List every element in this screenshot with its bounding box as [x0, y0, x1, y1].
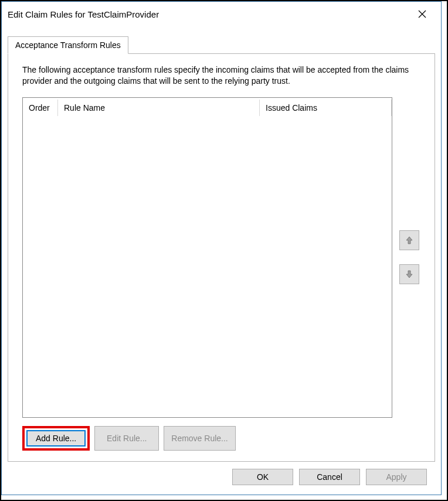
- apply-button[interactable]: Apply: [366, 469, 427, 485]
- column-header-order[interactable]: Order: [23, 100, 58, 116]
- tab-strip: Acceptance Transform Rules: [8, 36, 435, 54]
- dialog-body: Acceptance Transform Rules The following…: [2, 26, 441, 495]
- column-header-issued-claims[interactable]: Issued Claims: [260, 100, 392, 116]
- ok-button[interactable]: OK: [232, 469, 293, 485]
- move-up-button[interactable]: [399, 230, 419, 250]
- arrow-down-icon: [405, 270, 414, 279]
- rules-row: Order Rule Name Issued Claims: [22, 97, 420, 418]
- close-button[interactable]: [409, 5, 435, 23]
- highlight-add-rule: Add Rule...: [22, 426, 90, 451]
- add-rule-button[interactable]: Add Rule...: [26, 430, 86, 447]
- rule-buttons-row: Add Rule... Edit Rule... Remove Rule...: [22, 426, 420, 451]
- column-header-rule-name[interactable]: Rule Name: [58, 100, 260, 116]
- screenshot-frame: Edit Claim Rules for TestClaimProvider A…: [0, 0, 448, 501]
- list-header: Order Rule Name Issued Claims: [23, 98, 392, 118]
- list-body: [23, 118, 392, 417]
- reorder-controls: [392, 97, 420, 418]
- window-title: Edit Claim Rules for TestClaimProvider: [8, 9, 159, 19]
- edit-rule-button[interactable]: Edit Rule...: [94, 426, 159, 451]
- tab-acceptance-transform-rules[interactable]: Acceptance Transform Rules: [8, 36, 128, 54]
- panel-description: The following acceptance transform rules…: [22, 64, 420, 87]
- move-down-button[interactable]: [399, 264, 419, 284]
- remove-rule-button[interactable]: Remove Rule...: [164, 426, 235, 451]
- dialog-window: Edit Claim Rules for TestClaimProvider A…: [1, 1, 442, 495]
- titlebar: Edit Claim Rules for TestClaimProvider: [2, 2, 441, 26]
- rules-listview[interactable]: Order Rule Name Issued Claims: [22, 97, 392, 418]
- tab-panel: The following acceptance transform rules…: [8, 54, 435, 462]
- cancel-button[interactable]: Cancel: [299, 469, 360, 485]
- close-icon: [418, 10, 426, 18]
- dialog-buttons-row: OK Cancel Apply: [8, 462, 435, 488]
- arrow-up-icon: [405, 236, 414, 245]
